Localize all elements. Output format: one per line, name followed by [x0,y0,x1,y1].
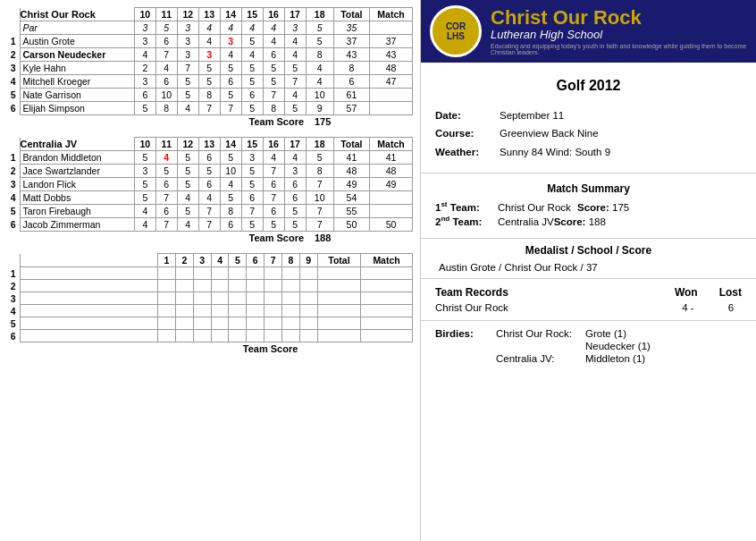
match-team1-name: Christ Our Rock [498,202,571,213]
table-row: 4 Mitchell Kroeger 3 6 5 5 6 5 5 7 4 6 4… [7,75,413,89]
birdie-row-1: Neudecker (1) [435,341,742,351]
medalist-title: Medalist / School / Score [435,244,742,257]
date-row: Date: September 11 [435,106,742,125]
table-row: 2 Carson Neudecker 4 7 3 3 4 4 6 4 8 43 … [7,48,413,62]
school-logo: COR LHS [430,5,482,57]
school-header: COR LHS Christ Our Rock Lutheran High Sc… [421,0,756,63]
table-row: 1 Austin Grote 3 6 3 4 3 5 4 4 5 37 37 [7,35,413,48]
table-row: 4 Matt Dobbs 5 7 4 4 5 6 7 6 10 54 [7,191,413,205]
records-row: Christ Our Rock 4 - 6 [435,302,742,313]
match-summary-title: Match Summary [435,182,742,195]
table-row: 4 [7,305,413,317]
match-team2-score-label: Score: [554,216,586,227]
records-won-val: 4 - [677,302,699,313]
team2-section: Centralia JV 10 11 12 13 14 15 16 17 18 … [7,137,413,244]
records-won-header: Won [675,286,698,299]
match-team2-score-value: 188 [589,216,606,227]
course-row: Course: Greenview Back Nine [435,124,742,143]
hole-header-12: 12 [177,8,198,21]
records-title: Team Records [435,286,508,299]
birdie-row-2: Centralia JV: Middleton (1) [435,353,742,364]
weather-value: Sunny 84 Wind: South 9 [500,143,610,162]
table-row: 3 [7,292,413,305]
medalist-value: Austin Grote / Christ Our Rock / 37 [435,262,742,273]
course-value: Greenview Back Nine [500,124,599,143]
team3-score-row: Team Score [7,342,413,356]
table-row: 3 Landon Flick 5 6 5 6 4 5 6 6 7 49 49 [7,178,413,191]
team1-section: Christ Our Rock 10 11 12 13 14 15 16 17 … [7,7,413,128]
medalist-section: Medalist / School / Score Austin Grote /… [421,238,756,278]
table-row: 5 Nate Garrison 6 10 5 8 5 6 7 4 10 61 [7,89,413,102]
right-panel: COR LHS Christ Our Rock Lutheran High Sc… [420,0,756,541]
hole-header-total: Total [333,8,369,21]
birdies-section: Birdies: Christ Our Rock: Grote (1) Neud… [421,320,756,373]
table-row: 5 Taron Firebaugh 4 6 5 7 8 7 6 5 7 55 [7,205,413,218]
table-row: 6 [7,330,413,342]
hole-header-13: 13 [198,8,220,21]
records-header: Team Records Won Lost [435,286,742,299]
match-team1-row: 1st Team: Christ Our Rock Score: 175 [435,200,742,213]
hole-header-15: 15 [241,8,263,21]
records-section: Team Records Won Lost Christ Our Rock 4 … [421,278,756,320]
table-row: 6 Jacob Zimmerman 4 7 4 7 6 5 5 5 7 50 5… [7,218,413,232]
weather-row: Weather: Sunny 84 Wind: South 9 [435,143,742,162]
match-summary: Match Summary 1st Team: Christ Our Rock … [421,173,756,238]
team2-score-row: Team Score 188 [7,232,413,245]
match-team1-score-label: Score: [577,202,609,213]
birdies-header-row: Birdies: Christ Our Rock: Grote (1) [435,328,742,339]
date-value: September 11 [500,106,564,125]
table-row: 2 [7,280,413,292]
table-row: 3 Kyle Hahn 2 4 7 5 5 5 5 5 4 8 48 [7,62,413,75]
birdie-entry-2: Middleton (1) [585,353,645,364]
table-row: 5 [7,317,413,330]
table-row: 1 Brandon Middleton 5 4 5 6 5 3 4 4 5 41… [7,151,413,165]
match-team2-row: 2nd Team: Centralia JV Score: 188 [435,215,742,227]
birdie-entry-0: Grote (1) [585,328,626,339]
team2-table: Centralia JV 10 11 12 13 14 15 16 17 18 … [7,137,413,244]
match-team2-name: Centralia JV [498,216,554,227]
team1-table: Christ Our Rock 10 11 12 13 14 15 16 17 … [7,7,413,128]
team3-table: 1 2 3 4 5 6 7 8 9 Total Match 1 [7,253,413,355]
school-name-part2: Rock [593,6,642,29]
team1-name: Christ Our Rock [20,8,134,21]
weather-label: Weather: [435,143,500,162]
table-row: 2 Jace Swartzlander 3 5 5 5 10 5 7 3 8 4… [7,165,413,178]
records-lost-val: 6 [720,302,742,313]
records-team1: Christ Our Rock [435,302,525,313]
hole-header-18: 18 [306,8,333,21]
match-team1-label: 1st Team: [435,202,480,213]
hole-header-16: 16 [263,8,284,21]
team1-score-row: Team Score 175 [7,115,413,129]
school-title: Christ Our Rock Lutheran High School Edu… [491,8,747,55]
birdies-label: Birdies: [435,328,496,339]
left-panel: Christ Our Rock 10 11 12 13 14 15 16 17 … [0,0,420,541]
team1-score: 175 [306,115,333,129]
team3-section: 1 2 3 4 5 6 7 8 9 Total Match 1 [7,253,413,355]
team2-score: 188 [306,232,333,245]
hole-header-17: 17 [284,8,306,21]
school-subtitle: Lutheran High School [491,28,747,41]
event-title: Golf 2012 [435,73,742,99]
school-tagline: Educating and equipping today's youth in… [491,43,747,55]
date-label: Date: [435,106,500,125]
hole-header-11: 11 [155,8,177,21]
hole-header-10: 10 [134,8,155,21]
match-team1-score-value: 175 [612,202,629,213]
school-name-part1: Christ Our [491,6,588,29]
match-team2-label: 2nd Team: [435,216,482,227]
birdie-entry-1: Neudecker (1) [585,341,651,351]
event-info: Golf 2012 Date: September 11 Course: Gre… [421,63,756,173]
course-label: Course: [435,124,500,143]
hole-header-14: 14 [220,8,241,21]
team2-name: Centralia JV [20,138,134,151]
records-lost-header: Lost [719,286,742,299]
table-row: 1 [7,267,413,280]
table-row: 6 Elijah Simpson 5 8 4 7 7 5 8 5 9 57 [7,102,413,115]
hole-header-match: Match [369,8,412,21]
